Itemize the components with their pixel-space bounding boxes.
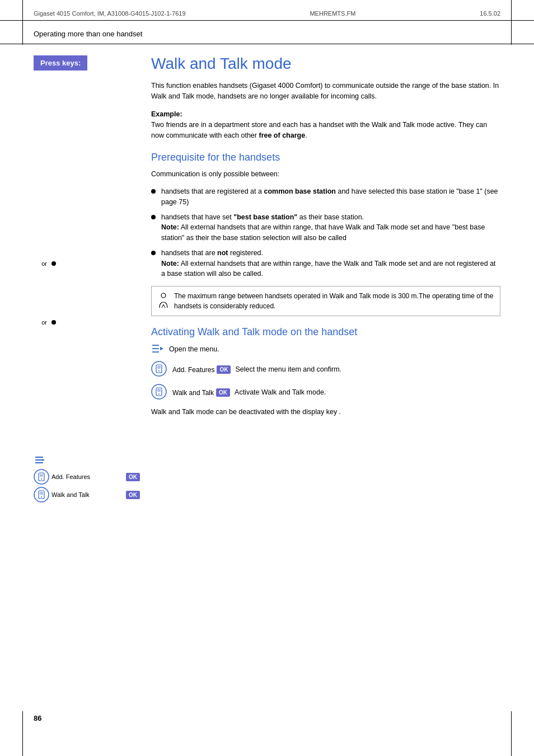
free-of-charge-bold: free of charge bbox=[259, 132, 305, 139]
walk-talk-row: Walk and Talk OK bbox=[34, 487, 140, 503]
svg-point-7 bbox=[41, 478, 42, 480]
note-box: The maximum range between handsets opera… bbox=[151, 286, 500, 316]
margin-bottom-right bbox=[511, 711, 512, 756]
walk-talk-ok: OK bbox=[126, 491, 140, 499]
prereq-heading: Prerequisite for the handsets bbox=[151, 152, 500, 163]
svg-rect-27 bbox=[157, 389, 161, 392]
bullet2-note-label: Note: bbox=[161, 223, 179, 231]
step3-text: Activate Walk and Talk mode. bbox=[235, 387, 326, 398]
header-center-text: MEHREMTS.FM bbox=[310, 10, 355, 17]
bullet-item-2: handsets that have set "best base statio… bbox=[151, 212, 500, 243]
step3-label-inline: Walk and Talk bbox=[172, 389, 214, 397]
header-right-text: 16.5.02 bbox=[480, 10, 500, 17]
svg-point-12 bbox=[161, 293, 166, 298]
bullet-text-3: handsets that are not registered. Note: … bbox=[161, 248, 500, 279]
or-row-1: or bbox=[34, 259, 140, 267]
or-label-2: or bbox=[34, 317, 47, 326]
section-title: Operating more than one handset bbox=[0, 26, 534, 44]
bullet-item-1: handsets that are registered at a common… bbox=[151, 186, 500, 208]
deactivate-text: Walk and Talk mode can be deactivated wi… bbox=[151, 407, 500, 417]
bullet1-bold: common base station bbox=[264, 187, 336, 195]
main-content: Press keys: or or bbox=[0, 44, 534, 604]
bullet-text-1: handsets that are registered at a common… bbox=[161, 186, 500, 208]
bullet3-bold: not bbox=[217, 249, 228, 257]
menu-open-icon bbox=[34, 454, 45, 466]
bullet-dot-2 bbox=[151, 215, 156, 219]
bullet-item-3: handsets that are not registered. Note: … bbox=[151, 248, 500, 279]
bullet2-bold: "best base station" bbox=[233, 213, 297, 221]
person-icon bbox=[157, 292, 170, 311]
handset-icon-1 bbox=[34, 469, 49, 485]
bullet-dot-1 bbox=[151, 189, 156, 194]
left-spacer2 bbox=[34, 273, 140, 317]
menu-icon-row bbox=[34, 454, 140, 466]
add-features-label: Add. Features bbox=[51, 473, 124, 480]
step1-row: Open the menu. bbox=[151, 344, 500, 355]
page-header: Gigaset 4015 Comfort, IM, A31008-G4015-J… bbox=[0, 0, 534, 21]
svg-line-13 bbox=[162, 304, 163, 308]
step3-icon bbox=[151, 384, 167, 401]
margin-top-right bbox=[511, 0, 512, 45]
header-left-text: Gigaset 4015 Comfort, IM, A31008-G4015-J… bbox=[34, 10, 186, 17]
activate-heading: Activating Walk and Talk mode on the han… bbox=[151, 326, 500, 338]
prereq-intro: Communication is only possible between: bbox=[151, 169, 500, 180]
svg-marker-20 bbox=[160, 347, 163, 350]
bullet-text-2: handsets that have set "best base statio… bbox=[161, 212, 500, 243]
svg-line-14 bbox=[163, 304, 165, 308]
press-keys-box: Press keys: bbox=[34, 55, 87, 71]
left-spacer3 bbox=[34, 331, 140, 454]
svg-marker-3 bbox=[43, 459, 45, 461]
example-text: Two friends are in a department store an… bbox=[151, 121, 487, 139]
step2-label-inline: Add. Features bbox=[172, 366, 214, 374]
step3-row: Walk and Talk OK Activate Walk and Talk … bbox=[151, 384, 500, 401]
bullet-dot-3 bbox=[151, 251, 156, 255]
right-column: Walk and Talk mode This function enables… bbox=[146, 44, 500, 604]
page-main-title: Walk and Talk mode bbox=[151, 55, 500, 73]
walk-talk-label: Walk and Talk bbox=[51, 491, 124, 498]
bullet3-note-label: Note: bbox=[161, 260, 179, 267]
page-number: 86 bbox=[34, 714, 41, 722]
step3-ok-inline: OK bbox=[216, 388, 230, 397]
svg-point-28 bbox=[158, 393, 160, 395]
bullet-dot-placeholder bbox=[51, 261, 56, 266]
left-column: Press keys: or or bbox=[34, 44, 146, 604]
step1-icon bbox=[151, 344, 163, 355]
note-box-text: The maximum range between handsets opera… bbox=[174, 291, 494, 311]
handset-icon-2 bbox=[34, 487, 49, 503]
step2-icon bbox=[151, 361, 167, 378]
margin-top-left bbox=[22, 0, 23, 45]
svg-rect-10 bbox=[40, 492, 43, 495]
add-features-row: Add. Features OK bbox=[34, 469, 140, 485]
add-features-ok: OK bbox=[126, 473, 140, 481]
left-spacer bbox=[34, 79, 140, 259]
svg-rect-6 bbox=[40, 474, 43, 477]
svg-point-24 bbox=[158, 370, 160, 372]
example-paragraph: Example: Two friends are in a department… bbox=[151, 109, 500, 142]
step2-row: Add. Features OK Select the menu item an… bbox=[151, 361, 500, 378]
step2-text: Select the menu item and confirm. bbox=[235, 364, 341, 375]
step2-ok-inline: OK bbox=[217, 365, 231, 374]
step1-text: Open the menu. bbox=[169, 344, 219, 355]
intro-paragraph: This function enables handsets (Gigaset … bbox=[151, 81, 500, 102]
bullet-dot-placeholder2 bbox=[51, 320, 56, 325]
svg-point-11 bbox=[41, 496, 42, 497]
or-row-2: or bbox=[34, 317, 140, 326]
margin-bottom-left bbox=[22, 711, 23, 756]
page-container: Gigaset 4015 Comfort, IM, A31008-G4015-J… bbox=[0, 0, 534, 756]
svg-rect-23 bbox=[157, 366, 161, 369]
or-label-1: or bbox=[34, 259, 47, 267]
example-label: Example: bbox=[151, 110, 182, 118]
